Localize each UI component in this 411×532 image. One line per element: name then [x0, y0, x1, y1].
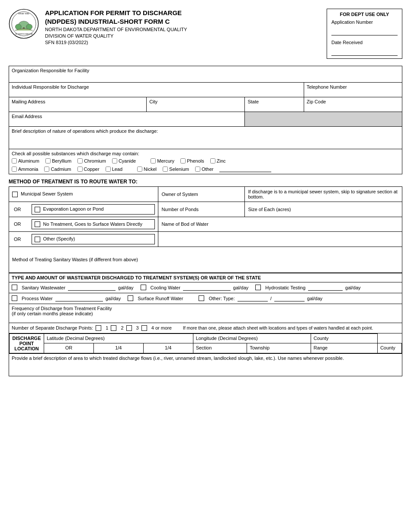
checkbox-zinc[interactable]: Zinc [210, 158, 226, 163]
sanitary-unit: gal/day [118, 285, 133, 290]
cooling-value[interactable] [183, 285, 231, 291]
lon-cell: Longitude (Decimal Degrees) [193, 333, 311, 343]
checkbox-beryllium[interactable]: Beryllium [45, 158, 71, 163]
process-unit: gal/day [106, 296, 121, 301]
num3-label: 3 [136, 325, 139, 330]
form-title: APPLICATION FOR PERMIT TO DISCHARGE (NDP… [45, 9, 327, 26]
other-specify-field[interactable] [219, 166, 271, 172]
or-other: OR [12, 234, 32, 244]
lead-checkbox[interactable] [106, 167, 111, 172]
frac2-cell: 1/4 [143, 343, 193, 353]
surface-label: Surface Runoff Water [138, 296, 183, 301]
checkbox-nickel[interactable]: Nickel [137, 166, 157, 172]
application-number-value[interactable] [331, 25, 398, 34]
cooling-checkbox[interactable] [141, 285, 146, 290]
checkbox-cyanide[interactable]: Cyanide [112, 158, 136, 163]
header: GREAT SEAL OF NORTH DAKOTA APPLICATION F… [9, 9, 402, 59]
substances-label: Check all possible substances which disc… [12, 151, 399, 156]
owner-label: Owner of System [161, 192, 198, 197]
range-cell: Range [311, 343, 377, 353]
checkbox-phenols[interactable]: Phenols [180, 158, 204, 163]
ammonia-checkbox[interactable] [12, 167, 17, 172]
discharge-description-label: Provide a brief description of area to w… [12, 356, 344, 361]
or-evap: OR [12, 205, 32, 215]
num1-label: 1 [106, 325, 108, 330]
or-evap-row: OR Evaporation Lagoon or Pond [9, 202, 158, 217]
org-label: Organization Responsible for Facility [12, 68, 89, 73]
checkbox-chromium[interactable]: Chromium [77, 158, 106, 163]
county-cell: County [311, 333, 377, 343]
muni-note-cell: If discharge is to a municipal sewer sys… [245, 187, 402, 202]
title-block: APPLICATION FOR PERMIT TO DISCHARGE (NDP… [45, 9, 327, 45]
aluminum-checkbox[interactable] [12, 158, 17, 163]
num4-checkbox[interactable] [141, 325, 147, 331]
size-label: Size of Each (acres) [248, 207, 291, 212]
checkbox-mercury[interactable]: Mercury [151, 158, 174, 163]
chromium-checkbox[interactable] [77, 158, 83, 163]
location-table: DISCHARGE POINT LOCATION Latitude (Decim… [9, 333, 402, 353]
size-cell: Size of Each (acres) [245, 202, 402, 217]
process-value[interactable] [55, 295, 103, 301]
checkbox-copper[interactable]: Copper [77, 166, 100, 172]
num2-checkbox[interactable] [111, 325, 116, 331]
type-amount-title: TYPE AND AMOUNT OF WASTEWATER DISCHARGED… [9, 273, 402, 282]
application-number-label: Application Number [331, 19, 398, 25]
hydro-value[interactable] [308, 285, 343, 291]
checkbox-lead[interactable]: Lead [106, 166, 122, 172]
num3-checkbox[interactable] [126, 325, 132, 331]
num1-checkbox[interactable] [96, 325, 101, 331]
notreat-cell: No Treatment, Goes to Surface Waters Dir… [32, 219, 155, 229]
selenium-checkbox[interactable] [163, 167, 168, 172]
or-cell-loc: OR [44, 343, 94, 353]
lat-cell: Latitude (Decimal Degrees) [44, 333, 193, 343]
other-treatment-checkbox[interactable] [35, 237, 40, 242]
email-cell: Email Address [9, 112, 245, 127]
checkbox-other[interactable]: Other [195, 166, 214, 172]
nickel-checkbox[interactable] [137, 167, 142, 172]
other-discharge-checkbox[interactable] [199, 295, 204, 301]
owner-cell: Owner of System [158, 187, 245, 202]
cooling-label: Cooling Water [151, 285, 180, 290]
process-checkbox[interactable] [12, 295, 17, 301]
checkbox-aluminum[interactable]: Aluminum [12, 158, 39, 163]
evap-label: Evaporation Lagoon or Pond [43, 206, 104, 212]
telephone-cell: Telephone Number [304, 83, 402, 97]
svg-text:OF NORTH DAKOTA: OF NORTH DAKOTA [15, 33, 32, 35]
date-received-value[interactable] [331, 45, 398, 54]
individual-label: Individual Responsible for Discharge [12, 84, 89, 90]
zinc-checkbox[interactable] [210, 158, 215, 163]
checkbox-selenium[interactable]: Selenium [163, 166, 189, 172]
sanitary-checkbox[interactable] [12, 285, 17, 290]
separate-label: Number of Separate Discharge Points: [12, 325, 93, 330]
lat-label: Latitude (Decimal Degrees) [47, 336, 105, 341]
or-notreat-row: OR No Treatment, Goes to Surface Waters … [9, 217, 158, 232]
discharge-types-row: Sanitary Wastewater gal/day Cooling Wate… [9, 282, 402, 293]
checkbox-ammonia[interactable]: Ammonia [12, 166, 38, 172]
evap-cell: Evaporation Lagoon or Pond [32, 205, 155, 215]
county-label: County [314, 336, 329, 341]
other-checkbox[interactable] [195, 167, 200, 172]
other-specify-treatment-cell [158, 232, 402, 247]
sanitary-label: Sanitary Wastewater [22, 285, 65, 290]
city-label: City [149, 99, 157, 104]
other-amount-value[interactable] [274, 295, 305, 301]
cyanide-checkbox[interactable] [112, 158, 117, 163]
surface-checkbox[interactable] [128, 295, 133, 301]
sanitary-method-label: Method of Treating Sanitary Wastes (if d… [12, 257, 138, 262]
discharge-point-label: DISCHARGE POINT LOCATION [10, 333, 44, 353]
cadmium-checkbox[interactable] [44, 167, 49, 172]
beryllium-checkbox[interactable] [45, 158, 51, 163]
evap-checkbox[interactable] [35, 207, 40, 212]
muni-checkbox[interactable] [12, 192, 18, 197]
substances-cell: Check all possible substances which disc… [9, 149, 402, 174]
sanitary-value[interactable] [68, 285, 116, 291]
separate-row: Number of Separate Discharge Points: 1 2… [9, 323, 402, 333]
hydro-checkbox[interactable] [255, 285, 261, 290]
other-type-value[interactable] [238, 295, 268, 301]
copper-checkbox[interactable] [77, 167, 83, 172]
state-label: State [247, 99, 259, 104]
notreat-checkbox[interactable] [35, 221, 40, 227]
mercury-checkbox[interactable] [151, 158, 156, 163]
checkbox-cadmium[interactable]: Cadmium [44, 166, 71, 172]
phenols-checkbox[interactable] [180, 158, 186, 163]
